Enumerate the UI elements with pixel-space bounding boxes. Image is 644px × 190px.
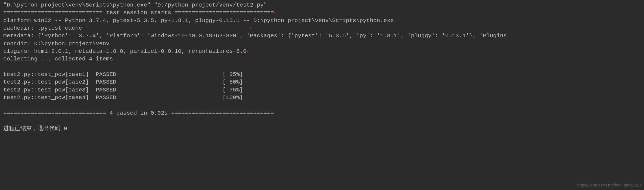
plugins-info: plugins: html-2.0.1, metadata-1.8.0, par… bbox=[3, 48, 641, 55]
cachedir-text: cachedir: .pytest_cache bbox=[3, 25, 82, 31]
red-dot-marker: ● bbox=[247, 50, 248, 53]
collecting-info: collecting ... collected 4 items bbox=[3, 55, 641, 63]
command-line: "D:\python project\venv\Scripts\python.e… bbox=[3, 1, 641, 9]
platform-info: platform win32 -- Python 3.7.4, pytest-5… bbox=[3, 17, 641, 24]
terminal-output[interactable]: "D:\python project\venv\Scripts\python.e… bbox=[3, 1, 641, 133]
session-header-text: ============================= test sessi… bbox=[3, 10, 274, 16]
blank-line bbox=[3, 63, 641, 71]
test-results-block: test2.py::test_pow[case1] PASSED [ 25%]t… bbox=[3, 71, 641, 102]
watermark: https://blog.csdn.net/han_qing1213 bbox=[577, 182, 641, 188]
red-dot-marker: ● bbox=[250, 26, 251, 30]
blank-line bbox=[3, 117, 641, 125]
summary-line: ============================== 4 passed … bbox=[3, 109, 641, 117]
exit-line: 进程已结束，退出代码 0 bbox=[3, 125, 641, 133]
test-result-row: test2.py::test_pow[case2] PASSED [ 50%] bbox=[3, 78, 641, 86]
text-cursor bbox=[82, 26, 82, 31]
test-result-row: test2.py::test_pow[case4] PASSED [100%] bbox=[3, 94, 641, 102]
rootdir-info: rootdir: D:\python project\venv bbox=[3, 40, 641, 48]
blank-line bbox=[3, 102, 641, 109]
session-header: ============================= test sessi… bbox=[3, 9, 641, 17]
test-result-row: test2.py::test_pow[case1] PASSED [ 25%] bbox=[3, 71, 641, 78]
plugins-text: plugins: html-2.0.1, metadata-1.8.0, par… bbox=[3, 48, 247, 54]
test-result-row: test2.py::test_pow[case3] PASSED [ 75%] bbox=[3, 86, 641, 94]
red-dot-marker: ● bbox=[274, 11, 276, 15]
metadata-info: metadata: {'Python': '3.7.4', 'Platform'… bbox=[3, 32, 641, 40]
cachedir-info: cachedir: .pytest_cache ● bbox=[3, 24, 641, 32]
